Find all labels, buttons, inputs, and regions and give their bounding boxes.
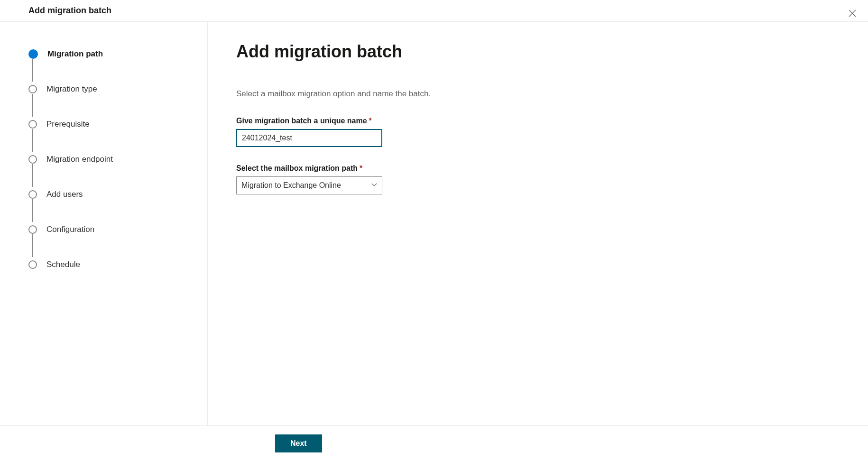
step-label: Add users xyxy=(46,190,83,199)
step-connector xyxy=(32,164,33,187)
page-title: Add migration batch xyxy=(236,42,840,62)
migration-path-select[interactable]: Migration to Exchange Online xyxy=(236,176,382,194)
wizard-step-schedule[interactable]: Schedule xyxy=(28,256,188,273)
migration-path-label: Select the mailbox migration path* xyxy=(236,164,840,173)
step-marker-icon xyxy=(28,49,38,59)
step-marker-icon xyxy=(28,260,37,269)
step-label: Schedule xyxy=(46,260,80,269)
migration-path-group: Select the mailbox migration path* Migra… xyxy=(236,164,840,194)
migration-path-value: Migration to Exchange Online xyxy=(241,181,341,189)
required-indicator: * xyxy=(360,164,362,172)
batch-name-input[interactable] xyxy=(236,129,382,147)
step-label: Configuration xyxy=(46,225,94,234)
batch-name-label-text: Give migration batch a unique name xyxy=(236,117,367,125)
step-connector xyxy=(32,234,33,257)
step-label: Prerequisite xyxy=(46,120,90,129)
step-label: Migration type xyxy=(46,84,97,94)
step-marker-icon xyxy=(28,225,37,234)
batch-name-label: Give migration batch a unique name* xyxy=(236,117,840,125)
step-marker-icon xyxy=(28,85,37,93)
dialog-header: Add migration batch xyxy=(0,0,868,22)
main-content: Add migration batch Select a mailbox mig… xyxy=(208,22,868,425)
step-marker-icon xyxy=(28,120,37,129)
wizard-steps-sidebar: Migration pathMigration typePrerequisite… xyxy=(0,22,208,425)
step-connector xyxy=(32,129,33,152)
step-label: Migration path xyxy=(47,49,103,59)
wizard-step-configuration[interactable]: Configuration xyxy=(28,221,188,238)
step-connector xyxy=(32,59,33,82)
wizard-step-migration-path[interactable]: Migration path xyxy=(28,46,188,63)
wizard-step-add-users[interactable]: Add users xyxy=(28,186,188,203)
step-marker-icon xyxy=(28,190,37,199)
dialog-title: Add migration batch xyxy=(28,6,111,16)
batch-name-group: Give migration batch a unique name* xyxy=(236,117,840,147)
step-connector xyxy=(32,199,33,222)
migration-path-label-text: Select the mailbox migration path xyxy=(236,164,358,172)
step-connector xyxy=(32,94,33,117)
wizard-step-migration-type[interactable]: Migration type xyxy=(28,81,188,98)
step-marker-icon xyxy=(28,155,37,164)
close-icon xyxy=(848,12,857,19)
close-button[interactable] xyxy=(846,7,859,21)
required-indicator: * xyxy=(369,117,372,125)
next-button[interactable]: Next xyxy=(275,434,322,452)
step-label: Migration endpoint xyxy=(46,155,113,164)
wizard-step-prerequisite[interactable]: Prerequisite xyxy=(28,116,188,133)
wizard-step-migration-endpoint[interactable]: Migration endpoint xyxy=(28,151,188,168)
dialog-footer: Next xyxy=(0,425,868,461)
page-description: Select a mailbox migration option and na… xyxy=(236,89,840,99)
